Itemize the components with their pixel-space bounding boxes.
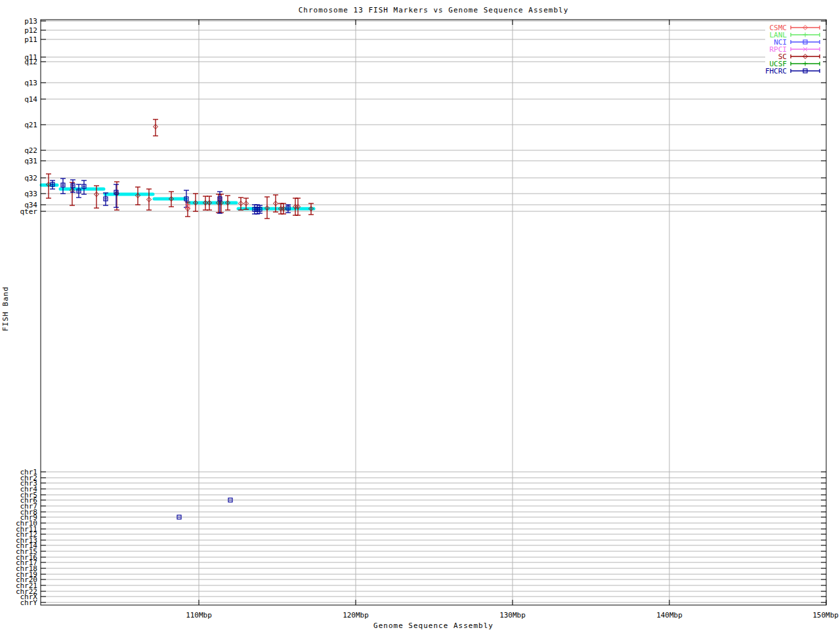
data-point-sc [209, 203, 210, 203]
band-tick-label: q13 [24, 79, 37, 87]
band-tick-label: p11 [24, 35, 37, 44]
legend-label: FHCRC [765, 67, 787, 75]
band-tick-label: q31 [24, 157, 37, 165]
chr-panel-points [177, 498, 232, 519]
data-point-sc [96, 194, 97, 195]
band-tick-label: q14 [24, 95, 37, 104]
legend: CSMCLANLNCIRPCISCUCSFFHCRC [765, 22, 823, 76]
data-point-sc [221, 203, 222, 203]
band-tick-label: p12 [24, 26, 37, 35]
band-tick-label: qter [20, 207, 38, 216]
chr-tick-label: chrY [20, 598, 38, 607]
data-point-sc [138, 196, 138, 196]
data-point-sc [228, 203, 228, 203]
gridlines [41, 20, 826, 605]
data-point-sc [284, 209, 284, 209]
chart-title: Chromosome 13 FISH Markers vs Genome Seq… [41, 6, 826, 14]
plot-area: p13p12p11q11q12q13q14q21q22q31q32q33q34q… [0, 0, 840, 630]
band-tick-label: p13 [24, 17, 37, 26]
x-tick-label: 140Mbp [656, 611, 682, 620]
band-tick-label: q22 [24, 146, 37, 155]
band-tick-label: q12 [24, 58, 37, 66]
series-csmc [185, 204, 190, 209]
data-point-sc [156, 127, 156, 127]
data-point-sc [267, 208, 268, 209]
band-tick-label: q32 [24, 174, 37, 182]
x-tick-label: 130Mbp [499, 611, 526, 620]
data-point-sc [149, 200, 150, 200]
x-axis-title: Genome Sequence Assembly [41, 621, 826, 630]
band-tick-label: q21 [24, 121, 37, 129]
x-tick-label: 120Mbp [343, 611, 369, 620]
chart-canvas: p13p12p11q11q12q13q14q21q22q31q32q33q34q… [0, 0, 840, 630]
band-tick-label: q33 [24, 190, 37, 198]
data-point-sc [196, 203, 196, 203]
data-point-sc [276, 203, 276, 204]
data-point-sc [298, 207, 299, 207]
data-point-sc [205, 203, 206, 203]
data-point-sc [311, 209, 312, 209]
data-point-sc [49, 184, 49, 185]
series-sc [46, 119, 314, 219]
y-axis-title: FISH Band [1, 263, 10, 355]
legend-marker-sc [805, 56, 806, 57]
data-point-sc [171, 199, 172, 200]
series-fhcrc [50, 178, 291, 214]
x-tick-label: 150Mbp [812, 611, 839, 620]
legend-marker-csmc [805, 28, 806, 28]
x-tick-label: 110Mbp [186, 611, 212, 620]
data-point-sc [246, 203, 247, 204]
data-point-csmc [188, 206, 188, 207]
data-point-sc [241, 203, 242, 204]
